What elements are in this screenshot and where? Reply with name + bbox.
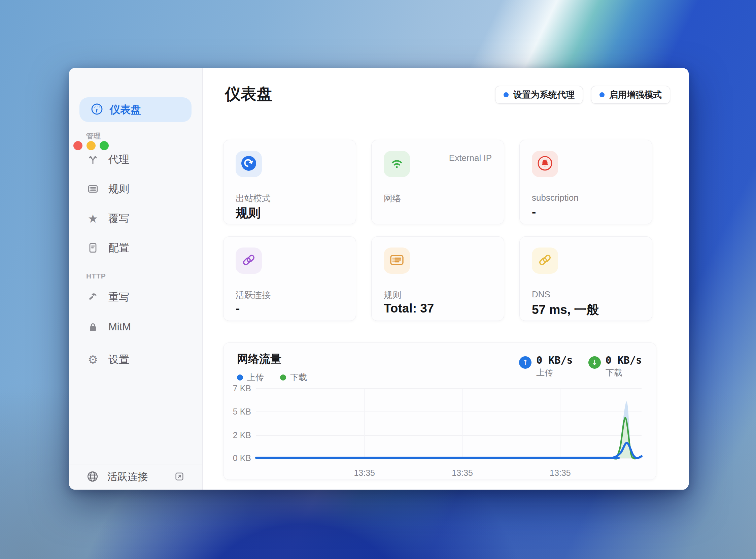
sidebar-item-settings[interactable]: ⚙ 设置: [86, 349, 187, 370]
download-stat: ↓ 0 KB/s 下载: [588, 354, 642, 378]
card-dns: DNS 57 ms, 一般: [519, 237, 652, 321]
zoom-button[interactable]: [100, 141, 109, 150]
rules-card-icon: [389, 252, 405, 269]
card-outbound-mode: 出站模式 规则: [223, 140, 356, 224]
card-rules: 规则 Total: 37: [371, 237, 504, 321]
chain-link-icon: [240, 252, 257, 269]
status-dot: [599, 92, 604, 97]
card-corner-label: External IP: [449, 153, 492, 163]
card-label: 活跃连接: [236, 289, 271, 301]
redirect-icon: [240, 155, 257, 173]
sidebar-item-label: 规则: [108, 182, 129, 196]
close-button[interactable]: [73, 141, 83, 150]
download-speed-value: 0 KB/s: [605, 354, 642, 366]
chart-legend: 上传 下载: [237, 372, 307, 383]
rules-list-icon: [86, 182, 100, 196]
x-tick-label: 13:35: [354, 468, 375, 478]
card-label: 网络: [384, 193, 401, 204]
status-dot: [504, 92, 509, 97]
stat-cards: 出站模式 规则 External IP 网络: [223, 140, 652, 321]
set-system-proxy-button[interactable]: 设置为系统代理: [495, 86, 583, 104]
upload-stat: ↑ 0 KB/s 上传: [519, 354, 573, 378]
star-icon: ★: [86, 212, 100, 225]
sidebar-section-http: HTTP: [86, 272, 106, 280]
sidebar-footer-label: 活跃连接: [107, 470, 148, 484]
card-label: subscription: [532, 193, 579, 203]
y-tick-label: 5 KB: [231, 407, 251, 417]
sidebar-item-label: 重写: [108, 290, 129, 305]
bell-alert-icon: [537, 155, 553, 173]
hammer-icon: [86, 291, 100, 304]
traffic-chart-card: 网络流量 上传 下载 ↑ 0 KB/s 上传: [223, 342, 656, 480]
sidebar-item-label: 仪表盘: [110, 103, 141, 117]
traffic-chart-svg: [256, 386, 642, 461]
y-tick-label: 2 KB: [231, 430, 251, 440]
gear-icon: ⚙: [86, 353, 100, 366]
traffic-stats: ↑ 0 KB/s 上传 ↓ 0 KB/s 下载: [519, 354, 642, 378]
gauge-icon: [91, 103, 103, 117]
upload-arrow-icon: ↑: [519, 356, 531, 369]
legend-dot-upload: [237, 375, 243, 381]
chart-x-axis: 13:35 13:35 13:35: [256, 468, 642, 478]
card-label: DNS: [532, 289, 550, 300]
upload-speed-label: 上传: [536, 367, 573, 378]
sidebar-item-label: 代理: [108, 153, 129, 167]
header-buttons: 设置为系统代理 启用增强模式: [495, 86, 670, 104]
sidebar-item-label: 覆写: [108, 211, 129, 226]
download-arrow-icon: ↓: [588, 356, 601, 369]
card-value: Total: 37: [384, 301, 434, 315]
card-subscription: subscription -: [519, 140, 652, 224]
sidebar-section-manage: 管理: [86, 131, 101, 141]
app-window: 仪表盘 管理 代理: [69, 68, 689, 490]
sidebar-item-label: 配置: [108, 241, 129, 255]
sidebar-item-rewrite[interactable]: 重写: [86, 287, 187, 308]
page-title: 仪表盘: [225, 84, 272, 105]
card-value: 57 ms, 一般: [532, 301, 599, 318]
y-tick-label: 0 KB: [231, 453, 251, 463]
legend-upload: 上传: [237, 372, 264, 383]
sidebar-item-override[interactable]: ★ 覆写: [86, 208, 187, 229]
main-content: 仪表盘 设置为系统代理 启用增强模式: [203, 68, 689, 490]
proxy-split-icon: [86, 153, 100, 166]
wifi-icon: [389, 155, 405, 173]
sidebar-item-label: MitM: [108, 321, 131, 333]
card-label: 规则: [384, 289, 401, 301]
sidebar-item-label: 设置: [108, 353, 129, 367]
sidebar-item-proxy[interactable]: 代理: [86, 149, 187, 170]
globe-icon: [87, 470, 99, 484]
card-value: -: [236, 301, 240, 315]
card-active-connections: 活跃连接 -: [223, 237, 356, 321]
y-tick-label: 7 KB: [231, 384, 251, 393]
lock-icon: [86, 320, 100, 334]
sidebar-item-rules[interactable]: 规则: [86, 178, 187, 199]
card-network: External IP 网络: [371, 140, 504, 224]
enable-enhanced-mode-button[interactable]: 启用增强模式: [591, 86, 670, 104]
card-value: -: [532, 205, 536, 219]
sidebar-item-config[interactable]: 配置: [86, 238, 187, 258]
chart-y-axis: 0 KB 2 KB 5 KB 7 KB: [231, 386, 251, 461]
card-value: 规则: [236, 205, 260, 222]
card-label: 出站模式: [236, 193, 271, 204]
external-link-icon[interactable]: [174, 471, 185, 483]
traffic-plot: [256, 386, 642, 461]
x-tick-label: 13:35: [452, 468, 473, 478]
upload-speed-value: 0 KB/s: [536, 354, 573, 366]
sidebar-item-mitm[interactable]: MitM: [86, 316, 187, 337]
sidebar: 仪表盘 管理 代理: [69, 68, 203, 490]
legend-dot-download: [280, 375, 286, 381]
sidebar-item-dashboard[interactable]: 仪表盘: [79, 97, 191, 122]
legend-download: 下载: [280, 372, 307, 383]
download-speed-label: 下载: [605, 367, 642, 378]
chart-title: 网络流量: [237, 352, 281, 367]
minimize-button[interactable]: [87, 141, 96, 150]
config-doc-icon: [86, 241, 100, 254]
x-tick-label: 13:35: [550, 468, 571, 478]
chain-link-icon: [537, 252, 553, 269]
sidebar-footer-connections[interactable]: 活跃连接: [69, 464, 202, 490]
